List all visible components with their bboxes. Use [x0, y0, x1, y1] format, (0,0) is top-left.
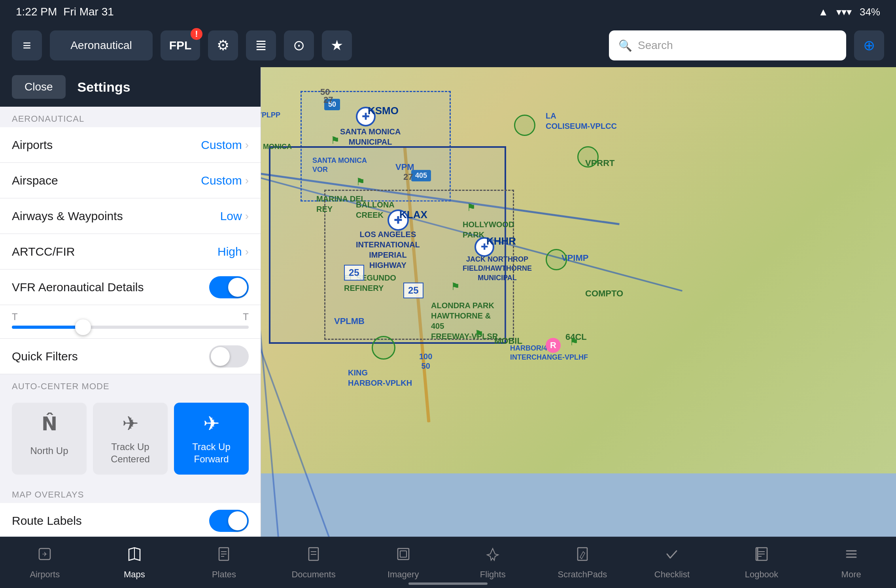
fpl-button[interactable]: FPL ! — [161, 30, 200, 60]
wifi-icon: ▾▾▾ — [836, 6, 852, 18]
tab-flights-icon — [484, 545, 501, 566]
battery-status: 34% — [860, 6, 880, 18]
aeronautical-label: Aeronautical — [70, 39, 132, 52]
tab-airports-icon: ✈ — [36, 545, 53, 566]
history-icon: ★ — [331, 37, 343, 54]
filters-button[interactable]: ≣ — [246, 30, 276, 60]
svg-rect-14 — [578, 548, 587, 560]
airport-ksmo-label: KSMO — [368, 105, 399, 117]
track-up-centered-button[interactable]: ✈ Track UpCentered — [93, 403, 168, 475]
airport-klax-label: KLAX — [399, 209, 427, 221]
tab-checklist-label: Checklist — [654, 569, 690, 580]
mobil-label: MOBIL — [494, 336, 522, 346]
airspace-row[interactable]: Airspace Custom › — [0, 163, 261, 198]
history-button[interactable]: ★ — [322, 30, 352, 60]
clock-icon: ⊙ — [293, 37, 305, 54]
north-up-button[interactable]: N̂ North Up — [12, 403, 87, 475]
filters-icon: ≣ — [255, 37, 267, 54]
location-status-icon: ▲ — [818, 6, 828, 18]
king-harbor: KINGHARBOR-VPLKH — [348, 368, 412, 388]
tab-logbook[interactable]: Logbook — [717, 541, 807, 584]
close-button[interactable]: Close — [12, 75, 66, 99]
route-labels-label: Route Labels — [12, 514, 209, 528]
route-labels-toggle[interactable] — [209, 510, 249, 532]
nav-circle-1 — [372, 336, 395, 360]
slider-thumb[interactable] — [75, 319, 91, 335]
svg-text:✈: ✈ — [42, 551, 47, 558]
airways-value: Low › — [220, 209, 249, 223]
nav-flag-1: ⚑ — [331, 134, 340, 147]
tab-scratchpads[interactable]: ScratchPads — [538, 541, 628, 584]
tab-more[interactable]: More — [806, 541, 896, 584]
vfr-details-toggle-knob — [228, 278, 247, 297]
location-center-button[interactable]: ⊕ — [854, 30, 884, 60]
tab-plates[interactable]: Plates — [179, 541, 269, 584]
mode-buttons-container: N̂ North Up ✈ Track UpCentered ✈ Track U… — [0, 395, 261, 482]
airspace-label: Airspace — [12, 174, 201, 187]
slider-label-left: T — [12, 311, 18, 322]
gear-button[interactable]: ⚙ — [208, 30, 238, 60]
nav-flag-5: ⚑ — [474, 328, 484, 340]
artcc-row[interactable]: ARTCC/FIR High › — [0, 234, 261, 270]
nav-flag-2: ⚑ — [356, 176, 365, 188]
compton: COMPTO — [585, 288, 623, 299]
tab-documents-icon — [305, 545, 322, 566]
quick-filters-row: Quick Filters — [0, 339, 261, 374]
tab-imagery-icon — [395, 545, 412, 566]
vfr-details-label: VFR Aeronautical Details — [12, 281, 209, 294]
route-labels-row: Route Labels — [0, 503, 261, 537]
search-bar[interactable]: 🔍 Search — [609, 30, 846, 60]
vplmb: VPLMB — [334, 316, 365, 326]
airways-chevron: › — [245, 210, 249, 222]
slider-track[interactable] — [12, 326, 249, 329]
tab-maps[interactable]: Maps — [90, 541, 180, 584]
alt-100-50: 10050 — [419, 352, 432, 371]
quick-filters-toggle[interactable] — [209, 345, 249, 368]
status-right: ▲ ▾▾▾ 34% — [818, 6, 880, 18]
tab-logbook-label: Logbook — [745, 569, 778, 580]
slider-fill — [12, 326, 83, 329]
airports-row[interactable]: Airports Custom › — [0, 127, 261, 163]
nav-circle-2 — [514, 115, 535, 136]
search-icon: 🔍 — [618, 39, 632, 52]
clock-button[interactable]: ⊙ — [284, 30, 314, 60]
airspace-chevron: › — [245, 174, 249, 187]
map-overlays-section-label: MAP OVERLAYS — [0, 482, 261, 503]
airways-row[interactable]: Airways & Waypoints Low › — [0, 198, 261, 234]
artcc-value: High › — [217, 245, 249, 258]
tab-imagery[interactable]: Imagery — [358, 541, 448, 584]
slider-labels: T T — [12, 311, 249, 322]
tab-scratchpads-label: ScratchPads — [558, 569, 607, 580]
quick-filters-toggle-knob — [211, 347, 230, 366]
close-label: Close — [25, 81, 53, 93]
settings-title: Settings — [78, 79, 130, 95]
layers-icon: ≡ — [23, 37, 31, 54]
nav-circle-3 — [546, 249, 567, 270]
settings-panel: Close Settings AERONAUTICAL Airports Cus… — [0, 67, 261, 537]
nav-flag-3: ⚑ — [467, 202, 476, 214]
track-up-forward-button[interactable]: ✈ Track UpForward — [174, 403, 249, 475]
status-left: 1:22 PM Fri Mar 31 — [16, 6, 114, 18]
svg-rect-12 — [398, 548, 409, 560]
aeronautical-button[interactable]: Aeronautical — [50, 30, 153, 60]
svg-text:N̂: N̂ — [42, 413, 57, 434]
settings-header: Close Settings — [0, 67, 261, 107]
nav-flag-4: ⚑ — [451, 281, 460, 293]
restricted-r-marker: R — [546, 338, 561, 353]
tab-checklist[interactable]: Checklist — [627, 541, 717, 584]
tab-flights-label: Flights — [480, 569, 506, 580]
tab-documents[interactable]: Documents — [269, 541, 359, 584]
airspace-value-text: Custom — [201, 174, 242, 187]
airports-chevron: › — [245, 139, 249, 151]
tab-imagery-label: Imagery — [388, 569, 419, 580]
vfr-details-row: VFR Aeronautical Details — [0, 270, 261, 305]
tab-logbook-icon — [753, 545, 770, 566]
layers-button[interactable]: ≡ — [12, 30, 42, 60]
track-up-centered-icon: ✈ — [122, 412, 139, 435]
vfr-details-toggle[interactable] — [209, 276, 249, 298]
tab-plates-icon — [215, 545, 233, 566]
tab-airports[interactable]: ✈ Airports — [0, 541, 90, 584]
nav-flag-6: ⚑ — [569, 336, 578, 348]
alt-50-top: 50 — [320, 87, 330, 97]
tab-flights[interactable]: Flights — [448, 541, 538, 584]
